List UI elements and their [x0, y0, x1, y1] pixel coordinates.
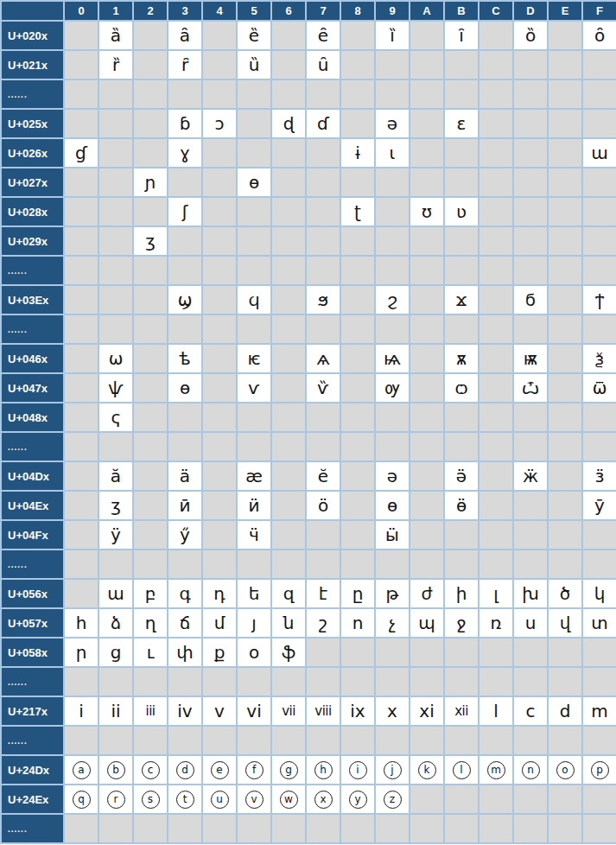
empty-cell [444, 168, 479, 197]
char-cell: մ [202, 608, 237, 638]
char-cell: xi [410, 696, 444, 726]
char-cell: գ [168, 579, 202, 608]
empty-cell [410, 638, 444, 667]
empty-cell [133, 138, 168, 168]
empty-cell [479, 461, 513, 491]
char-cell: m [582, 696, 616, 726]
empty-cell [271, 491, 306, 520]
char-glyph: ϥ [248, 289, 259, 310]
column-header-9: 9 [375, 1, 410, 21]
empty-cell [548, 785, 582, 814]
column-header-B: B [444, 1, 479, 21]
char-cell: ȓ [168, 50, 202, 79]
column-header-5: 5 [237, 1, 271, 21]
empty-cell [202, 197, 237, 226]
empty-cell [306, 550, 340, 579]
char-glyph: ѡ [109, 348, 124, 369]
char-glyph: t [176, 791, 194, 809]
empty-cell [64, 285, 98, 314]
empty-cell [479, 138, 513, 168]
empty-cell [202, 403, 237, 432]
char-cell: ա [98, 579, 133, 608]
empty-cell [410, 285, 444, 314]
char-glyph: xii [454, 703, 468, 719]
empty-cell [375, 432, 410, 461]
empty-cell [513, 226, 548, 256]
char-cell: ȃ [168, 21, 202, 50]
char-cell: վ [548, 608, 582, 638]
empty-cell [271, 314, 306, 344]
empty-cell [548, 403, 582, 432]
empty-cell [237, 256, 271, 285]
char-cell: ix [340, 696, 375, 726]
empty-cell [479, 285, 513, 314]
column-header-6: 6 [271, 1, 306, 21]
char-cell: l [479, 696, 513, 726]
empty-cell [410, 168, 444, 197]
empty-cell [513, 432, 548, 461]
codepoint-row: U+026xɠɣɨɩɯ [1, 138, 616, 168]
empty-cell [64, 314, 98, 344]
empty-cell [340, 814, 375, 843]
empty-cell [410, 726, 444, 755]
empty-cell [479, 50, 513, 79]
empty-cell [168, 314, 202, 344]
char-cell: ժ [410, 579, 444, 608]
empty-cell [64, 814, 98, 843]
empty-cell [133, 726, 168, 755]
char-glyph: խ [522, 583, 539, 604]
empty-cell [479, 638, 513, 667]
empty-cell [202, 226, 237, 256]
empty-cell [64, 226, 98, 256]
char-cell: viii [306, 696, 340, 726]
char-cell: u [202, 785, 237, 814]
empty-cell [340, 21, 375, 50]
char-glyph: ӓ [180, 466, 190, 486]
empty-cell [168, 403, 202, 432]
column-header-0: 0 [64, 1, 98, 21]
empty-cell [548, 226, 582, 256]
empty-cell [410, 226, 444, 256]
char-glyph: ҁ [111, 407, 121, 428]
empty-cell [202, 491, 237, 520]
empty-cell [444, 785, 479, 814]
empty-cell [271, 667, 306, 696]
char-glyph: ȏ [594, 25, 605, 46]
empty-cell [513, 314, 548, 344]
char-cell: ә [375, 461, 410, 491]
codepoint-row: U+046xѡѣѥѧѩѫѭѯ [1, 344, 616, 373]
empty-cell [444, 638, 479, 667]
empty-cell [375, 814, 410, 843]
char-glyph: ռ [491, 613, 502, 633]
row-header-u-058x: U+058x [1, 638, 64, 667]
empty-cell [64, 726, 98, 755]
empty-cell [237, 667, 271, 696]
empty-cell [133, 432, 168, 461]
empty-cell [548, 667, 582, 696]
empty-cell [375, 403, 410, 432]
char-glyph: պ [418, 613, 435, 633]
char-cell: ȋ [444, 21, 479, 50]
char-cell: i [340, 755, 375, 785]
char-glyph: iv [177, 701, 192, 721]
char-cell: p [582, 755, 616, 785]
char-glyph: x [387, 701, 397, 721]
empty-cell [548, 21, 582, 50]
empty-cell [133, 403, 168, 432]
char-cell: ծ [548, 579, 582, 608]
codepoint-row: U+029xʒ [1, 226, 616, 256]
char-glyph: iii [145, 703, 155, 719]
empty-cell [168, 79, 202, 109]
empty-cell [582, 226, 616, 256]
char-cell: ӟ [582, 461, 616, 491]
empty-cell [444, 314, 479, 344]
empty-cell [202, 550, 237, 579]
empty-cell [548, 520, 582, 550]
empty-cell [271, 168, 306, 197]
empty-cell [271, 21, 306, 50]
empty-cell [64, 109, 98, 138]
char-glyph: ի [456, 583, 467, 604]
char-glyph: i [349, 761, 367, 779]
empty-cell [410, 814, 444, 843]
row-header-u-026x: U+026x [1, 138, 64, 168]
